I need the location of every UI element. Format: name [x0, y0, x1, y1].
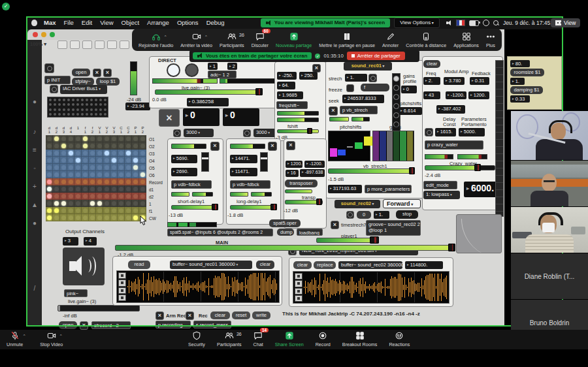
chevron-icon[interactable]: ^	[238, 334, 240, 338]
matrix-cell[interactable]	[89, 171, 96, 178]
clear-button[interactable]: clear	[210, 311, 230, 319]
matrix-cell[interactable]	[74, 157, 82, 164]
matrix-cell[interactable]	[125, 200, 132, 207]
arm-rec-toggle[interactable]: ×	[155, 311, 164, 320]
number[interactable]: -387.402	[436, 105, 465, 114]
matrix-cell[interactable]	[139, 164, 146, 171]
vb-strech1-slider[interactable]	[328, 168, 414, 174]
matrix-cell[interactable]	[125, 214, 132, 221]
max-toolbar-icon[interactable]	[70, 40, 80, 49]
sound-rec02-menu[interactable]: sound_rec02	[335, 200, 380, 208]
channel-number[interactable]: 4	[84, 237, 97, 246]
toolbar-item-unmute[interactable]: ^Unmute	[7, 331, 23, 347]
menu-file[interactable]: File	[63, 19, 73, 27]
routing-matrix[interactable]	[46, 135, 146, 221]
slider-handle[interactable]	[255, 88, 263, 95]
matrix-cell[interactable]	[67, 171, 74, 178]
open-button[interactable]: open	[59, 321, 77, 329]
main-slider[interactable]	[115, 245, 455, 251]
channel-1-number[interactable]: 1	[208, 63, 218, 70]
matrix-cell[interactable]	[103, 164, 110, 171]
matrix-cell[interactable]	[103, 200, 110, 207]
matrix-cell[interactable]	[118, 207, 125, 214]
matrix-cell[interactable]	[89, 207, 96, 214]
menu-view[interactable]: View	[100, 19, 113, 27]
matrix-cell[interactable]	[53, 207, 60, 214]
buffer1-menu[interactable]: buffer~ sound_rec01 360000	[170, 261, 252, 269]
toggle[interactable]: ×	[93, 69, 101, 77]
matrix-cell[interactable]	[132, 157, 139, 164]
matrix-cell[interactable]	[118, 178, 125, 185]
matrix-cell[interactable]	[132, 200, 139, 207]
matrix-cell[interactable]	[96, 164, 103, 171]
crazy-water-slider[interactable]	[425, 165, 495, 170]
view-layout-button[interactable]: View	[551, 18, 580, 27]
transposer-button[interactable]: transposer	[285, 180, 318, 187]
position-number[interactable]: 317193.63	[328, 185, 362, 193]
big-number[interactable]: 6000.	[464, 182, 499, 197]
transp-slider[interactable]	[285, 189, 312, 193]
output-gain-slider[interactable]	[57, 305, 140, 311]
reset-button[interactable]: reset	[232, 311, 250, 319]
clear-button[interactable]: clear	[423, 60, 440, 68]
matrix-cell[interactable]	[67, 200, 74, 207]
matrix-cell[interactable]	[74, 171, 82, 178]
matrix-cell[interactable]	[46, 193, 53, 200]
matrix-cell[interactable]	[60, 185, 67, 193]
rate-number[interactable]: 1.	[374, 211, 389, 219]
freqshift-min[interactable]: -250.	[277, 72, 297, 80]
matrix-cell[interactable]	[96, 135, 103, 142]
direct-on-button[interactable]	[167, 63, 180, 77]
patcher-tool-icon[interactable]: +	[29, 183, 40, 191]
freq-number[interactable]: 2.	[423, 77, 440, 85]
matrix-cell[interactable]	[74, 193, 82, 200]
matrix-cell[interactable]	[118, 157, 125, 164]
delay-number[interactable]: 1615.	[435, 128, 456, 136]
spat-oper-button[interactable]: spat5.oper	[269, 219, 301, 227]
matrix-cell[interactable]	[89, 200, 96, 207]
matrix-cell[interactable]	[110, 214, 118, 221]
toggle[interactable]: ×	[331, 221, 339, 229]
matrix-cell[interactable]	[125, 150, 132, 157]
damping-number[interactable]: 1.	[510, 78, 525, 85]
matrix-cell[interactable]	[103, 142, 110, 150]
matrix-cell[interactable]	[82, 185, 89, 193]
max-toolbar-icon[interactable]	[95, 40, 105, 49]
sound-rec01-menu[interactable]: sound_rec01	[344, 62, 392, 71]
matrix-cell[interactable]	[139, 193, 146, 200]
patcher-tool-icon[interactable]: ◦	[29, 165, 40, 173]
chevron-icon[interactable]: ^	[205, 35, 207, 39]
f-message[interactable]: f	[361, 84, 389, 91]
matrix-cell[interactable]	[118, 200, 125, 207]
toggle[interactable]	[50, 85, 58, 93]
filtergraph-display[interactable]	[456, 214, 502, 253]
matrix-cell[interactable]	[132, 178, 139, 185]
matrix-cell[interactable]	[96, 178, 103, 185]
slider-handle[interactable]	[448, 244, 455, 251]
clear-button[interactable]: clear	[256, 261, 274, 269]
matrix-cell[interactable]	[89, 142, 96, 150]
matrix-cell[interactable]	[132, 193, 139, 200]
direct-off-button[interactable]	[185, 63, 199, 77]
toggle[interactable]: ×	[268, 142, 277, 151]
matrix-cell[interactable]	[53, 135, 60, 142]
max-toolbar-icon[interactable]	[57, 40, 67, 49]
menu-debug[interactable]: Debug	[206, 19, 225, 27]
matrix-cell[interactable]	[110, 185, 118, 193]
matrix-cell[interactable]	[96, 207, 103, 214]
max-toolbar-icon[interactable]	[120, 40, 129, 49]
roomsize-number[interactable]: 80.	[510, 60, 530, 67]
matrix-cell[interactable]	[67, 193, 74, 200]
view-options-dropdown[interactable]: View Options	[394, 18, 440, 28]
vertical-multislider[interactable]	[495, 60, 504, 217]
matrix-cell[interactable]	[89, 193, 96, 200]
toggle[interactable]: ×	[286, 141, 295, 150]
matrix-cell[interactable]	[96, 150, 103, 157]
toolbar-item-annoter[interactable]: Annoter	[382, 32, 399, 48]
matrix-cell[interactable]	[96, 157, 103, 164]
matrix-cell[interactable]	[53, 150, 60, 157]
matrix-cell[interactable]	[53, 171, 60, 178]
slider-handle[interactable]	[270, 204, 277, 210]
waveform-display-rec01[interactable]	[116, 270, 280, 303]
toolbar-item-record[interactable]: Record	[316, 331, 331, 347]
